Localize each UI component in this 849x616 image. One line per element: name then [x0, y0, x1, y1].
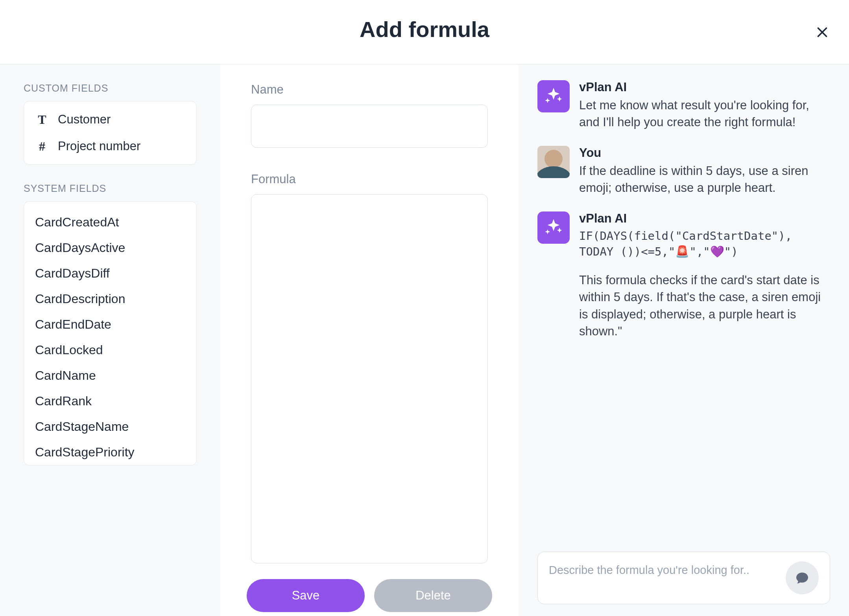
sparkle-icon [543, 86, 564, 107]
number-type-icon: # [35, 139, 49, 153]
ai-chat-panel: vPlan AI Let me know what result you're … [519, 64, 849, 616]
system-field-item[interactable]: CardCreatedAt [24, 210, 196, 235]
chat-message-user: You If the deadline is within 5 days, us… [537, 146, 830, 197]
chat-bubble-icon [795, 571, 809, 585]
system-field-item[interactable]: CardRank [24, 388, 196, 414]
form-actions: Save Delete [251, 579, 488, 612]
formula-label: Formula [251, 172, 488, 186]
custom-field-item[interactable]: # Project number [24, 133, 196, 160]
system-field-item[interactable]: CardStageName [24, 414, 196, 439]
system-field-item[interactable]: CardDaysActive [24, 235, 196, 261]
chat-messages: vPlan AI Let me know what result you're … [537, 80, 830, 544]
text-type-icon: T [35, 112, 49, 127]
send-button[interactable] [786, 561, 819, 594]
ai-avatar [537, 211, 570, 244]
system-field-item[interactable]: CardStagePriority [24, 439, 196, 465]
sparkle-icon [543, 217, 564, 238]
system-field-item[interactable]: CardDaysDiff [24, 261, 196, 286]
system-fields-heading: SYSTEM FIELDS [24, 183, 197, 194]
system-fields-card: CardCreatedAt CardDaysActive CardDaysDif… [24, 201, 197, 465]
formula-input[interactable] [251, 194, 488, 563]
modal-body: CUSTOM FIELDS T Customer # Project numbe… [0, 64, 849, 616]
chat-message-ai: vPlan AI Let me know what result you're … [537, 80, 830, 131]
fields-sidebar: CUSTOM FIELDS T Customer # Project numbe… [0, 64, 220, 616]
custom-fields-heading: CUSTOM FIELDS [24, 83, 197, 94]
custom-field-label: Customer [58, 112, 111, 127]
delete-button[interactable]: Delete [374, 579, 492, 612]
modal-header: Add formula [0, 0, 849, 64]
chat-message-text: This formula checks if the card's start … [579, 272, 830, 340]
close-icon [815, 25, 829, 39]
system-field-item[interactable]: CardDescription [24, 286, 196, 312]
add-formula-modal: Add formula CUSTOM FIELDS T Customer # P… [0, 0, 849, 616]
chat-sender-name: vPlan AI [579, 80, 830, 94]
custom-field-label: Project number [58, 139, 140, 153]
chat-formula-code: IF(DAYS(field("CardStartDate"), TODAY ()… [579, 228, 830, 260]
user-avatar [537, 146, 570, 178]
system-field-item[interactable]: CardEndDate [24, 312, 196, 337]
ai-avatar [537, 80, 570, 112]
chat-sender-name: vPlan AI [579, 211, 830, 226]
custom-fields-card: T Customer # Project number [24, 101, 197, 165]
chat-sender-name: You [579, 146, 830, 160]
system-field-item[interactable]: CardName [24, 363, 196, 388]
chat-input-container [537, 552, 830, 604]
name-label: Name [251, 83, 488, 97]
save-button[interactable]: Save [247, 579, 365, 612]
custom-field-item[interactable]: T Customer [24, 106, 196, 133]
chat-message-ai: vPlan AI IF(DAYS(field("CardStartDate"),… [537, 211, 830, 340]
chat-message-text: Let me know what result you're looking f… [579, 97, 830, 131]
system-field-item[interactable]: CardLocked [24, 337, 196, 363]
modal-title: Add formula [16, 17, 833, 42]
chat-input[interactable] [549, 562, 778, 594]
formula-form: Name Formula Save Delete [220, 64, 519, 616]
close-button[interactable] [813, 23, 832, 42]
name-input[interactable] [251, 105, 488, 148]
chat-message-text: If the deadline is within 5 days, use a … [579, 162, 830, 197]
